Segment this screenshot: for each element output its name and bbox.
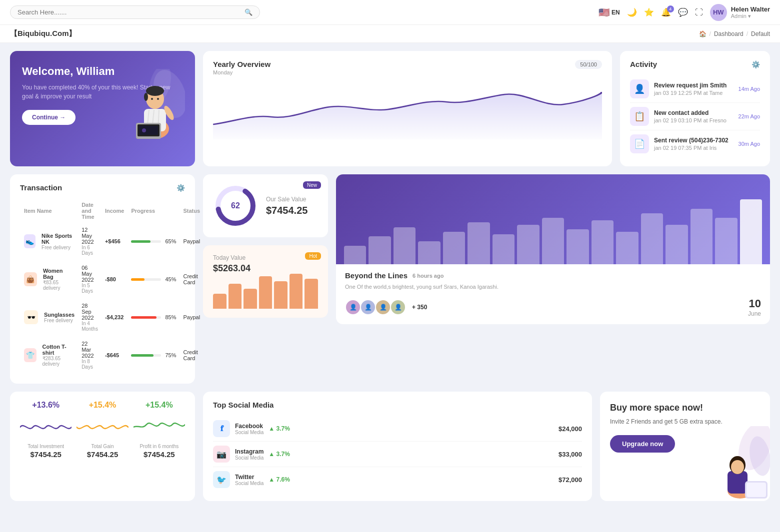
chat-icon[interactable]: 💬	[678, 7, 688, 17]
progress-pct: 45%	[165, 276, 176, 282]
beyond-bar	[715, 218, 737, 264]
activity-content: New contact added jan 02 19 03:10 PM at …	[654, 109, 734, 123]
beyond-time: 6 hours ago	[412, 273, 444, 279]
user-details: Helen Walter Admin ▾	[731, 5, 770, 19]
stat-item: +15.4% Profit in 6 months $7454.25	[134, 401, 185, 459]
social-item: 𝐟 Facebook Social Media ▲ 3.7% $24,000	[213, 416, 582, 442]
item-status: Paypal	[180, 299, 203, 336]
activity-item: 📄 Sent review (504)236-7302 jan 02 19 07…	[630, 130, 760, 157]
wave-chart	[76, 415, 128, 440]
progress-pct: 85%	[165, 314, 176, 320]
activity-card: Activity ⚙️ 👤 Review request jim Smith j…	[620, 51, 770, 166]
social-name: Twitter	[235, 474, 264, 481]
item-sub: Free delivery	[42, 245, 74, 250]
trans-column-header: Progress	[128, 200, 179, 222]
item-name: Women Bag	[43, 268, 74, 280]
beyond-bar	[690, 209, 712, 264]
user-role: Admin ▾	[731, 13, 770, 19]
transaction-settings-icon[interactable]: ⚙️	[176, 184, 185, 192]
progress-bar-wrap	[131, 354, 161, 357]
breadcrumb-dashboard[interactable]: Dashboard	[714, 30, 744, 37]
person-illustration	[125, 69, 185, 149]
user-avatar: HW	[710, 4, 727, 21]
today-info: Today Value $5263.04	[213, 254, 318, 274]
sale-value-inner: 62 Our Sale Value $7454.25	[213, 183, 318, 228]
stat-value: $7454.25	[144, 450, 175, 459]
item-date: 28 Sep 2022	[82, 303, 98, 321]
language-label: EN	[612, 9, 620, 16]
activity-sub: jan 02 19 07:35 PM at Iris	[654, 145, 734, 151]
social-name: Instagram	[235, 448, 264, 455]
nav-icons: 🇺🇸 EN 🌙 ⭐ 🔔 4 💬 ⛶ HW Helen Walter Admin …	[598, 4, 770, 21]
stats-grid: +13.6% Total Investment $7454.25 +15.4% …	[20, 401, 185, 459]
theme-toggle[interactable]: 🌙	[627, 7, 637, 17]
yearly-badge: 50/100	[575, 60, 602, 69]
main-content: Welcome, William You have completed 40% …	[0, 43, 780, 509]
activity-settings-icon[interactable]: ⚙️	[752, 60, 760, 68]
svg-point-16	[142, 128, 146, 132]
activity-time: 22m Ago	[738, 113, 760, 119]
user-menu[interactable]: HW Helen Walter Admin ▾	[710, 4, 770, 21]
yearly-subtitle: Monday	[213, 69, 270, 75]
new-badge: New	[303, 181, 321, 189]
activity-list: 👤 Review request jim Smith jan 03 19 12:…	[630, 75, 760, 157]
upgrade-button[interactable]: Upgrade now	[610, 435, 675, 453]
progress-bar-fill	[131, 354, 154, 357]
avatar-count: + 350	[412, 304, 427, 311]
item-name: Sunglasses	[44, 312, 74, 318]
activity-sub: jan 03 19 12:25 PM at Tame	[654, 90, 734, 96]
activity-title: New contact added	[654, 109, 734, 116]
notification-bell[interactable]: 🔔 4	[661, 7, 671, 17]
trans-column-header: Status	[180, 200, 203, 222]
continue-button[interactable]: Continue →	[22, 110, 76, 125]
beyond-bar	[492, 234, 514, 264]
language-selector[interactable]: 🇺🇸 EN	[598, 7, 620, 18]
today-bar	[290, 274, 303, 309]
beyond-bar	[344, 246, 366, 264]
today-bar-chart	[213, 279, 318, 309]
beyond-date: 10 June	[748, 297, 761, 317]
trans-column-header: Date and Time	[78, 200, 101, 222]
item-name: Nike Sports NK	[42, 233, 74, 245]
beyond-day: 10	[748, 297, 761, 310]
beyond-bar	[740, 199, 762, 264]
avatar-4: 👤	[390, 299, 406, 315]
stat-value: $7454.25	[87, 450, 118, 459]
beyond-bar	[666, 225, 688, 264]
progress-bar-fill	[131, 316, 156, 319]
progress-bar-wrap	[131, 316, 161, 319]
yearly-overview-card: Yearly Overview Monday 50/100	[203, 51, 612, 166]
item-days: In 6 Days	[82, 245, 98, 256]
item-date: 12 May 2022	[82, 227, 98, 245]
hot-badge: Hot	[305, 252, 321, 260]
wave-chart	[134, 415, 185, 440]
today-label: Today Value	[213, 254, 318, 261]
home-icon[interactable]: 🏠	[699, 30, 706, 37]
bookmark-icon[interactable]: ⭐	[644, 7, 654, 17]
svg-point-11	[157, 98, 159, 100]
stat-pct: +15.4%	[146, 401, 173, 410]
social-sub: Social Media	[235, 481, 264, 486]
social-sub: Social Media	[235, 455, 264, 461]
social-media-card: Top Social Media 𝐟 Facebook Social Media…	[203, 392, 592, 501]
item-income: -$4,232	[102, 299, 128, 336]
expand-icon[interactable]: ⛶	[695, 8, 703, 17]
wave-chart	[20, 415, 72, 440]
today-bar	[304, 279, 318, 309]
row-3: +13.6% Total Investment $7454.25 +15.4% …	[10, 392, 770, 501]
social-pct: ▲ 3.7%	[268, 425, 290, 432]
progress-bar-fill	[131, 240, 150, 243]
beyond-bar	[368, 236, 390, 264]
sale-info: Our Sale Value $7454.25	[266, 196, 308, 216]
social-info: Facebook Social Media	[235, 423, 264, 435]
today-bar	[274, 281, 288, 309]
welcome-illustration	[120, 51, 190, 166]
row-1: Welcome, William You have completed 40% …	[10, 51, 770, 166]
item-sub: ₹83.65 delivery	[43, 280, 74, 291]
item-sub: ₹283.65 delivery	[42, 356, 75, 367]
search-input[interactable]	[18, 8, 240, 16]
stat-label: Profit in 6 months	[140, 444, 178, 449]
social-pct: ▲ 3.7%	[268, 451, 290, 458]
sale-cards: New 62 Our Sale Value $7454.25	[203, 174, 328, 318]
table-row: 🕶️ Sunglasses Free delivery 28 Sep 2022 …	[21, 299, 203, 336]
